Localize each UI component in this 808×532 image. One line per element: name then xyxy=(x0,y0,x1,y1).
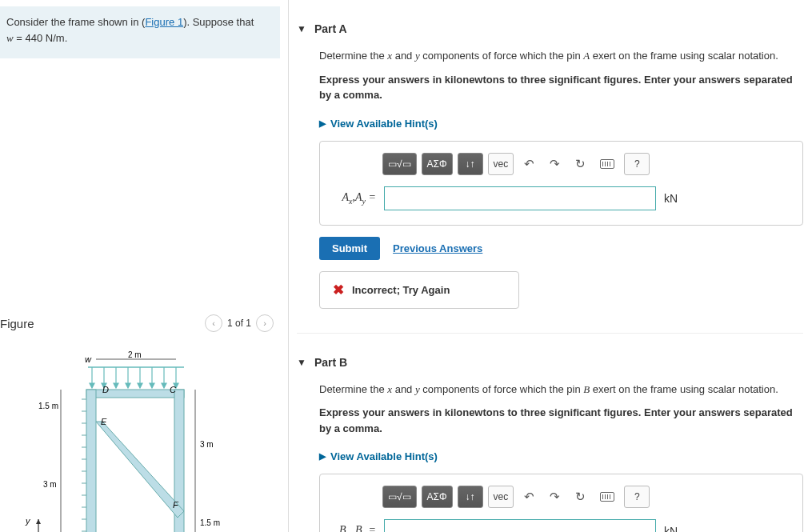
svg-marker-12 xyxy=(114,383,118,388)
arrows-button[interactable]: ↓↑ xyxy=(458,486,483,508)
reset-button[interactable]: ↻ xyxy=(570,153,590,175)
part-a-submit-button[interactable]: Submit xyxy=(319,237,380,260)
keyboard-icon[interactable] xyxy=(595,153,619,175)
collapse-icon[interactable]: ▼ xyxy=(297,357,306,368)
part-a-variable-label: Ax,Ay = xyxy=(334,191,376,206)
svg-text:2 m: 2 m xyxy=(128,351,142,359)
part-a-answer-input[interactable] xyxy=(384,186,656,210)
part-b-answer-input[interactable] xyxy=(384,519,656,532)
undo-button[interactable]: ↶ xyxy=(518,153,539,175)
reset-button[interactable]: ↻ xyxy=(570,486,590,508)
part-b-unit: kN xyxy=(664,525,678,532)
help-button[interactable]: ? xyxy=(624,153,650,175)
vec-button[interactable]: vec xyxy=(488,153,514,175)
keyboard-icon[interactable] xyxy=(595,486,619,508)
greek-button[interactable]: ΑΣΦ xyxy=(422,153,453,175)
part-a-instruction: Express your answers in kilonewtons to t… xyxy=(319,72,803,103)
help-button[interactable]: ? xyxy=(624,486,650,508)
part-a-previous-answers-link[interactable]: Previous Answers xyxy=(393,242,482,254)
arrows-button[interactable]: ↓↑ xyxy=(458,153,483,175)
figure-prev-button[interactable]: ‹ xyxy=(205,314,222,332)
part-b-question: Determine the x and y components of forc… xyxy=(319,382,803,398)
svg-marker-14 xyxy=(126,383,130,388)
part-b-variable-label: Bx, By = xyxy=(334,524,376,532)
problem-text: Consider the frame shown in ( xyxy=(6,16,145,28)
chevron-right-icon: ▶ xyxy=(319,451,326,462)
svg-text:E: E xyxy=(101,417,107,426)
part-a-question: Determine the x and y components of forc… xyxy=(319,48,803,64)
svg-text:D: D xyxy=(102,385,109,394)
part-a-unit: kN xyxy=(664,192,678,205)
svg-text:3 m: 3 m xyxy=(43,480,57,489)
figure-title: Figure xyxy=(0,317,34,330)
figure-diagram: y x w xyxy=(0,351,280,532)
part-a: ▼ Part A Determine the x and y component… xyxy=(297,18,803,309)
figure-link[interactable]: Figure 1 xyxy=(145,16,183,28)
figure-counter: 1 of 1 xyxy=(227,318,251,329)
svg-marker-8 xyxy=(90,383,94,388)
redo-button[interactable]: ↷ xyxy=(544,153,565,175)
part-a-title: Part A xyxy=(314,22,347,35)
svg-text:3 m: 3 m xyxy=(200,440,214,449)
part-b: ▼ Part B Determine the x and y component… xyxy=(297,351,803,533)
svg-text:1.5 m: 1.5 m xyxy=(200,518,220,527)
part-b-instruction: Express your answers in kilonewtons to t… xyxy=(319,405,803,436)
redo-button[interactable]: ↷ xyxy=(544,486,565,508)
undo-button[interactable]: ↶ xyxy=(518,486,539,508)
incorrect-icon: ✖ xyxy=(333,282,344,298)
svg-rect-25 xyxy=(86,390,96,532)
part-b-answer-box: ▭√▭ ΑΣΦ ↓↑ vec ↶ ↷ ↻ ? Bx, By = kN xyxy=(319,474,803,532)
svg-marker-16 xyxy=(138,383,142,388)
problem-statement: Consider the frame shown in (Figure 1). … xyxy=(0,6,280,58)
part-a-feedback: ✖ Incorrect; Try Again xyxy=(319,271,519,309)
svg-marker-3 xyxy=(36,519,41,524)
variable-w: w xyxy=(6,32,14,44)
greek-button[interactable]: ΑΣΦ xyxy=(422,486,453,508)
svg-text:w: w xyxy=(85,354,92,364)
chevron-right-icon: ▶ xyxy=(319,118,326,129)
vec-button[interactable]: vec xyxy=(488,486,514,508)
part-b-title: Part B xyxy=(314,356,347,369)
svg-marker-18 xyxy=(150,383,154,388)
templates-button[interactable]: ▭√▭ xyxy=(382,153,417,175)
part-a-answer-box: ▭√▭ ΑΣΦ ↓↑ vec ↶ ↷ ↻ ? Ax,Ay = kN xyxy=(319,141,803,226)
collapse-icon[interactable]: ▼ xyxy=(297,23,306,34)
part-a-hints-toggle[interactable]: ▶ View Available Hint(s) xyxy=(319,118,438,130)
templates-button[interactable]: ▭√▭ xyxy=(382,486,417,508)
svg-marker-27 xyxy=(96,422,184,518)
part-b-hints-toggle[interactable]: ▶ View Available Hint(s) xyxy=(319,450,438,462)
svg-text:C: C xyxy=(170,385,176,394)
svg-text:y: y xyxy=(25,516,31,526)
figure-next-button[interactable]: › xyxy=(256,314,274,332)
svg-text:1.5 m: 1.5 m xyxy=(38,402,58,410)
svg-marker-20 xyxy=(162,383,166,388)
